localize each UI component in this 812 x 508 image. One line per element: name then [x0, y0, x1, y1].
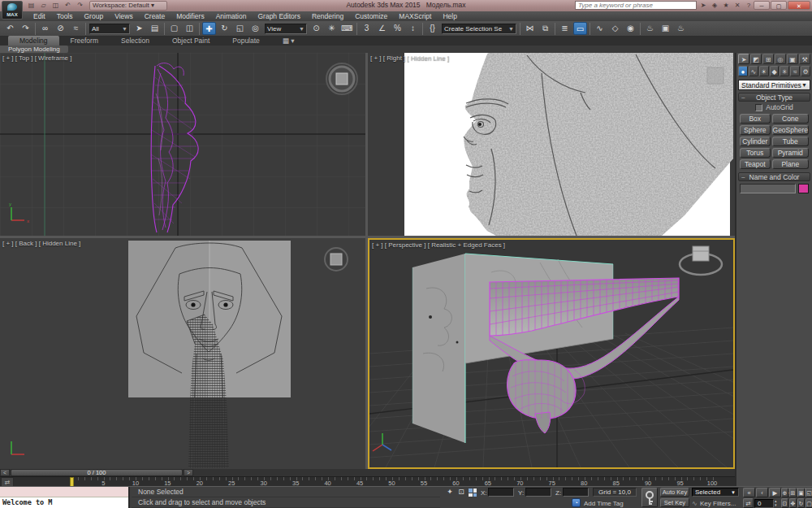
- viewport-right-label[interactable]: [ + ] [ Right ] [ Hidden Line ]: [370, 54, 449, 62]
- menu-tools[interactable]: Tools: [51, 11, 79, 21]
- unlink-selection-button[interactable]: ⊘: [54, 22, 67, 35]
- modify-tab[interactable]: ◩: [750, 54, 762, 64]
- mirror-button[interactable]: ⋈: [523, 22, 537, 35]
- key-filters-button[interactable]: Key Filters...: [700, 500, 736, 507]
- previous-frame-arrow[interactable]: <: [0, 469, 10, 476]
- key-mode-dropdown[interactable]: Selected▼: [692, 488, 739, 497]
- curve-editor-button[interactable]: ∿: [593, 22, 607, 35]
- maxscript-mini-listener[interactable]: Welcome to M: [0, 487, 130, 508]
- maximize-button[interactable]: ▢: [771, 1, 787, 10]
- category-dropdown[interactable]: Standard Primitives▼: [738, 80, 810, 90]
- create-pyramid-button[interactable]: Pyramid: [772, 148, 809, 158]
- x-coordinate-field[interactable]: [488, 488, 514, 497]
- track-bar[interactable]: ⇄ 51015202530354045505560657075808590951…: [0, 476, 735, 486]
- key-mode-toggle-button[interactable]: ⇄: [743, 498, 754, 508]
- viewport-back[interactable]: [ + ] [ Back ] [ Hidden Line ]: [0, 238, 365, 469]
- previous-frame-button[interactable]: ‹: [756, 488, 768, 497]
- create-teapot-button[interactable]: Teapot: [740, 159, 771, 169]
- viewport-top[interactable]: [ + ] [ Top ] [ Wireframe ]: [0, 53, 365, 236]
- keyboard-override-button[interactable]: ⌨: [340, 22, 354, 35]
- ribbon-tab-selection[interactable]: Selection: [110, 36, 161, 46]
- menu-edit[interactable]: Edit: [28, 11, 51, 21]
- create-torus-button[interactable]: Torus: [740, 148, 771, 158]
- name-color-rollout-header[interactable]: −Name and Color: [738, 172, 810, 181]
- object-type-rollout-header[interactable]: −Object Type: [738, 93, 810, 102]
- create-cylinder-button[interactable]: Cylinder: [740, 137, 771, 146]
- align-button[interactable]: ⧉: [538, 22, 552, 35]
- menu-help[interactable]: Help: [437, 11, 462, 21]
- next-frame-arrow[interactable]: >: [184, 469, 193, 476]
- systems-tab[interactable]: ⚙: [801, 66, 810, 76]
- application-menu-button[interactable]: MAX: [2, 1, 23, 20]
- space-warps-tab[interactable]: ≈: [790, 66, 800, 76]
- cameras-tab[interactable]: ◆: [770, 66, 780, 76]
- edit-named-selections-button[interactable]: {}: [425, 22, 439, 35]
- listener-script-row[interactable]: Welcome to M: [0, 497, 128, 508]
- zoom-extents-button[interactable]: ▣: [797, 488, 805, 497]
- create-plane-button[interactable]: Plane: [772, 159, 809, 169]
- shapes-tab[interactable]: ∿: [749, 66, 758, 76]
- create-sphere-button[interactable]: Sphere: [740, 125, 771, 135]
- absolute-mode-icon[interactable]: [469, 488, 477, 497]
- close-button[interactable]: ✕: [788, 1, 810, 10]
- undo-button[interactable]: ↶: [3, 22, 17, 35]
- material-editor-button[interactable]: ◉: [624, 22, 637, 35]
- viewport-top-label[interactable]: [ + ] [ Top ] [ Wireframe ]: [2, 54, 71, 62]
- ribbon-toggle-button[interactable]: ▭: [573, 22, 587, 35]
- pan-button[interactable]: ✥: [789, 498, 797, 508]
- viewport-back-label[interactable]: [ + ] [ Back ] [ Hidden Line ]: [2, 240, 80, 247]
- zoom-all-button[interactable]: ⊞: [789, 488, 797, 497]
- spinner-snap-button[interactable]: ↕: [406, 22, 420, 35]
- select-by-name-button[interactable]: ▤: [148, 22, 162, 35]
- select-object-button[interactable]: ➤: [132, 22, 146, 35]
- menu-maxscript[interactable]: MAXScript: [393, 11, 437, 21]
- create-tube-button[interactable]: Tube: [772, 137, 809, 146]
- menu-modifiers[interactable]: Modifiers: [171, 11, 209, 21]
- snaps-toggle-button[interactable]: 3: [360, 22, 374, 35]
- selection-lock-icon[interactable]: ⊡: [456, 488, 466, 496]
- selection-filter-dropdown[interactable]: All▼: [89, 24, 130, 34]
- render-setup-button[interactable]: ♨: [643, 22, 657, 35]
- motion-tab[interactable]: ◎: [775, 54, 786, 64]
- viewport-perspective-label[interactable]: [ + ] [ Perspective ] [ Realistic + Edge…: [372, 241, 505, 249]
- viewcube[interactable]: [326, 63, 357, 94]
- orbit-button[interactable]: ↻: [797, 498, 805, 508]
- communication-center-icon[interactable]: ◈: [710, 2, 719, 9]
- selection-region-button[interactable]: ▢: [167, 22, 181, 35]
- menu-create[interactable]: Create: [139, 11, 171, 21]
- redo-button[interactable]: ↷: [19, 22, 32, 35]
- listener-macro-row[interactable]: [0, 487, 128, 497]
- zoom-button[interactable]: ⊕: [781, 488, 788, 497]
- z-coordinate-field[interactable]: [563, 488, 589, 497]
- time-tag-icon[interactable]: ◔: [572, 498, 581, 507]
- scene-explorer-button[interactable]: ≣: [558, 22, 572, 35]
- schematic-view-button[interactable]: ◇: [608, 22, 622, 35]
- menu-animation[interactable]: Animation: [210, 11, 253, 21]
- autogrid-checkbox[interactable]: [755, 104, 762, 111]
- set-key-mode-button[interactable]: [641, 488, 658, 507]
- play-button[interactable]: ▶: [769, 488, 781, 497]
- zoom-region-button[interactable]: ⊡: [781, 498, 788, 508]
- select-and-move-button[interactable]: ✚: [202, 22, 216, 35]
- maximize-viewport-button[interactable]: ▢: [806, 498, 812, 508]
- ribbon-tab-object-paint[interactable]: Object Paint: [161, 36, 221, 46]
- ribbon-tab-freeform[interactable]: Freeform: [59, 36, 110, 46]
- bind-to-space-warp-button[interactable]: ≈: [69, 22, 83, 35]
- create-tab[interactable]: ➤: [738, 54, 749, 64]
- menu-graph-editors[interactable]: Graph Editors: [252, 11, 305, 21]
- search-input[interactable]: [575, 1, 697, 10]
- auto-key-button[interactable]: Auto Key: [660, 488, 689, 497]
- add-time-tag-label[interactable]: Add Time Tag: [584, 500, 624, 507]
- current-frame-field[interactable]: 0: [754, 499, 774, 508]
- select-and-manipulate-button[interactable]: ✳: [325, 22, 339, 35]
- select-and-link-button[interactable]: ∞: [38, 22, 52, 35]
- create-box-button[interactable]: Box: [740, 114, 771, 124]
- create-geosphere-button[interactable]: GeoSphere: [772, 125, 809, 135]
- helpers-tab[interactable]: ✳: [780, 66, 789, 76]
- object-name-field[interactable]: [740, 184, 796, 193]
- lights-tab[interactable]: ☀: [759, 66, 769, 76]
- viewport-right[interactable]: [ + ] [ Right ] [ Hidden Line ]: [368, 53, 735, 236]
- object-color-swatch[interactable]: [798, 184, 809, 193]
- window-crossing-button[interactable]: ◫: [183, 22, 197, 35]
- hierarchy-tab[interactable]: ⊞: [762, 54, 774, 64]
